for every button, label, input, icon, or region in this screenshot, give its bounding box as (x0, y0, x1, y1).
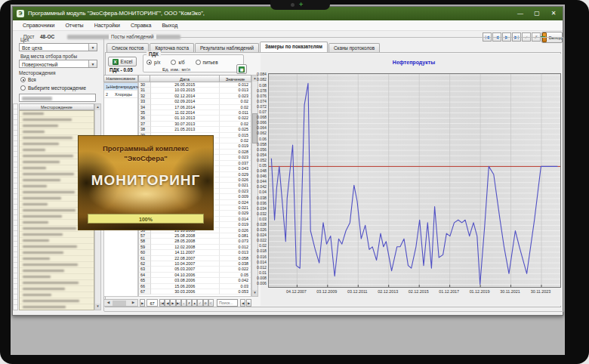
list-item[interactable] (20, 268, 94, 274)
list-item[interactable] (20, 117, 94, 123)
tab-4[interactable]: Замеры по показателям (260, 42, 328, 52)
cell-date: 26.05.2015 (151, 82, 220, 88)
grid-search-input[interactable] (217, 299, 238, 307)
expand-button[interactable]: ▶ (140, 299, 145, 307)
shop-select[interactable]: Все цеха ▼ (19, 43, 97, 51)
table-row[interactable]: 3202.12.20140.023 (139, 94, 251, 99)
cell-date: 14.11.2007 (151, 250, 220, 255)
redacted-text (23, 137, 72, 140)
edit-record-button[interactable]: ▲ (192, 299, 197, 307)
h-scrollbar[interactable]: ◀ ▶ (103, 299, 138, 307)
first-record-button[interactable]: |◀ (159, 299, 165, 307)
minimize-button[interactable]: — (514, 8, 526, 18)
table-row[interactable]: 6210.04.20070.038 (139, 261, 251, 267)
list-item[interactable] (20, 232, 94, 238)
chevron-down-icon[interactable]: ▼ (88, 44, 97, 51)
list-item[interactable] (20, 280, 94, 286)
tab-3[interactable]: Результаты наблюдений (195, 43, 259, 52)
redacted-text (23, 258, 50, 261)
sample-type-select[interactable]: Поверхностный ▼ (19, 60, 97, 68)
menu-item[interactable]: Справочники (17, 23, 60, 28)
splash-progress-bar: 100% (88, 214, 204, 224)
search-prev-button[interactable]: ◀ (240, 299, 245, 307)
search-next-button[interactable]: ▶ (246, 299, 251, 307)
table-row[interactable]: 6404.10.20060.05 (139, 273, 251, 278)
menu-item[interactable]: Настройки (89, 23, 125, 28)
table-row[interactable]: 6014.11.20070.013 (139, 250, 251, 255)
list-item[interactable] (20, 262, 94, 268)
last-record-button[interactable]: ▶| (176, 299, 181, 307)
next-record-button[interactable]: ▶ (170, 299, 175, 307)
grid-col-date[interactable]: Дата (150, 75, 220, 82)
table-row[interactable]: 3511.02.20140.011 (139, 110, 251, 116)
list-item[interactable] (20, 298, 94, 304)
table-row[interactable]: 6305.03.20070.022 (139, 267, 251, 272)
table-row[interactable]: 3730.07.20130.02 (139, 122, 251, 127)
close-button[interactable]: ✕ (547, 8, 560, 18)
table-row[interactable]: 3110.03.20150.013 (139, 88, 251, 93)
cell-value: 0.02 (220, 105, 251, 110)
export-grid-button[interactable]: ▦ (236, 64, 247, 74)
cell-date: 12.02.2008 (151, 245, 220, 250)
indicator-name: Хлориды (115, 92, 132, 97)
delete-record-button[interactable]: ✗ (187, 299, 192, 307)
list-item[interactable] (20, 238, 94, 244)
table-row[interactable]: 5828.05.20080.073 (139, 239, 251, 244)
table-row[interactable]: 6122.08.20070.058 (139, 256, 251, 261)
radio-all-deposits[interactable]: Вся (20, 77, 36, 82)
table-row[interactable]: 3417.06.20140.02 (139, 105, 251, 110)
list-item[interactable] (20, 286, 94, 292)
prior-record-button[interactable]: ◀ (165, 299, 170, 307)
post-edit-button[interactable]: ✓ (197, 299, 202, 307)
table-row[interactable]: 3026.05.20150.012 (139, 82, 251, 88)
radio-select-deposit[interactable]: Выберите месторождение (20, 85, 86, 91)
excel-export-button[interactable]: X Excel (108, 57, 137, 66)
list-item[interactable] (20, 244, 94, 250)
table-row[interactable]: 5725.08.20080.081 (139, 233, 251, 239)
chart-plot-area[interactable] (268, 73, 561, 288)
list-item[interactable] (20, 123, 94, 129)
menu-item[interactable]: Выход (156, 23, 183, 28)
chevron-down-icon[interactable]: ▼ (88, 60, 97, 67)
indicator-row[interactable]: 2Хлориды (104, 91, 137, 98)
cell-value: 0.03 (220, 284, 251, 289)
table-row[interactable]: 3302.09.20140.02 (139, 99, 251, 104)
list-item[interactable] (20, 292, 94, 298)
cell-value: 0.02 (220, 122, 251, 127)
cancel-edit-button[interactable]: ⊘ (203, 299, 208, 307)
pdk-radio-питьев[interactable]: питьев (196, 60, 218, 65)
radio-select-label: Выберите месторождение (28, 85, 86, 91)
maximize-button[interactable]: ▢ (531, 8, 543, 18)
cell-value: 0.073 (220, 239, 251, 244)
deposit-search-input[interactable] (19, 94, 96, 102)
tab-1[interactable]: Список постов (106, 43, 149, 52)
scroll-down-icon[interactable]: ▼ (95, 304, 100, 310)
indicators-header[interactable]: Наименование (103, 75, 138, 82)
table-row[interactable]: 5912.02.20080.012 (139, 245, 251, 250)
menu-item[interactable]: Отчеты (60, 23, 88, 28)
list-item[interactable] (20, 129, 94, 135)
deposits-list-header[interactable]: Месторождение (19, 103, 94, 110)
scrollbar-thumb[interactable] (113, 301, 126, 306)
refresh-button[interactable]: C (208, 299, 214, 307)
table-row[interactable]: 6615.06.20060.03 (139, 284, 251, 289)
tab-5[interactable]: Сканы протоколов (328, 43, 380, 52)
pdk-radio-р/х[interactable]: р/х (146, 60, 160, 65)
table-row[interactable]: 3821.05.20130.025 (139, 127, 251, 132)
scroll-up-icon[interactable]: ▲ (95, 104, 100, 110)
list-item[interactable] (20, 304, 94, 310)
scroll-down-icon[interactable]: ▼ (252, 290, 257, 296)
table-row[interactable]: 6503.08.20060.042 (139, 278, 251, 283)
list-item[interactable] (20, 274, 94, 280)
list-item[interactable] (20, 250, 94, 256)
indicator-row[interactable]: 1▸Нефтепродукты (104, 83, 137, 91)
redacted-text (23, 288, 65, 291)
list-item[interactable] (20, 111, 94, 117)
table-row[interactable]: 6730.03.20060.053 (139, 289, 251, 295)
insert-record-button[interactable]: + (181, 299, 187, 307)
menu-item[interactable]: Справка (125, 23, 156, 28)
table-row[interactable]: 3601.10.20130.022 (139, 116, 251, 121)
pdk-radio-к/б[interactable]: к/б (171, 60, 184, 65)
cell-value: 0.026 (220, 177, 251, 183)
list-item[interactable] (20, 256, 94, 262)
